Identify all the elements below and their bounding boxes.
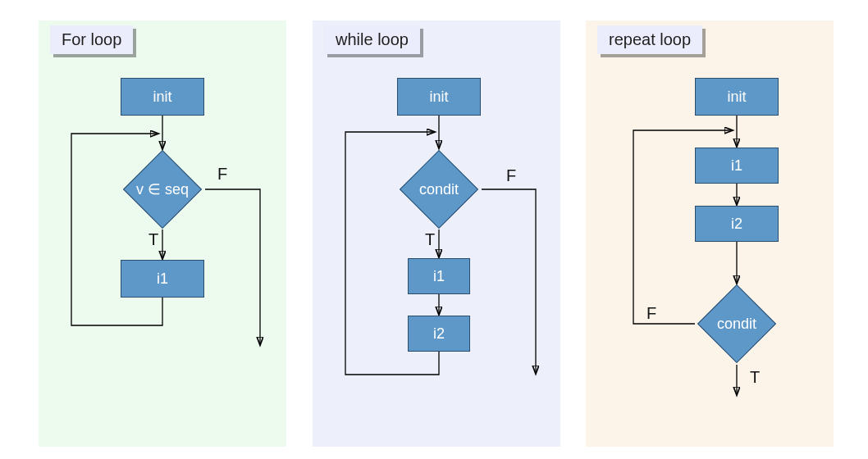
for-true-label: T [148, 230, 158, 249]
repeat-i1-box: i1 [695, 148, 779, 184]
for-init-box: init [121, 78, 204, 116]
while-true-label: T [425, 230, 435, 249]
for-decision: v ∈ seq [135, 161, 190, 217]
repeat-true-label: T [750, 368, 760, 387]
while-i2-box: i2 [408, 316, 470, 352]
for-i1-box: i1 [121, 260, 204, 298]
while-i1-box: i1 [408, 258, 470, 294]
panel-for-loop: For loop init v ∈ seq T F i1 [39, 20, 286, 447]
repeat-false-label: F [646, 304, 656, 323]
while-decision-label: condit [419, 181, 459, 198]
while-init-box: init [397, 78, 481, 116]
repeat-i2-box: i2 [695, 206, 779, 242]
repeat-decision: condit [709, 296, 765, 352]
panel-while-loop: while loop init condit T F i1 i2 [313, 20, 560, 447]
repeat-decision-label: condit [717, 316, 756, 333]
diagram-stage: For loop init v ∈ seq T F i1 whil [0, 0, 868, 459]
while-decision: condit [411, 161, 467, 217]
panel-repeat-loop: repeat loop init i1 i2 condit F T [586, 20, 834, 447]
repeat-init-box: init [695, 78, 779, 116]
for-false-label: F [217, 165, 227, 184]
while-false-label: F [506, 166, 516, 185]
for-decision-label: v ∈ seq [136, 180, 189, 198]
